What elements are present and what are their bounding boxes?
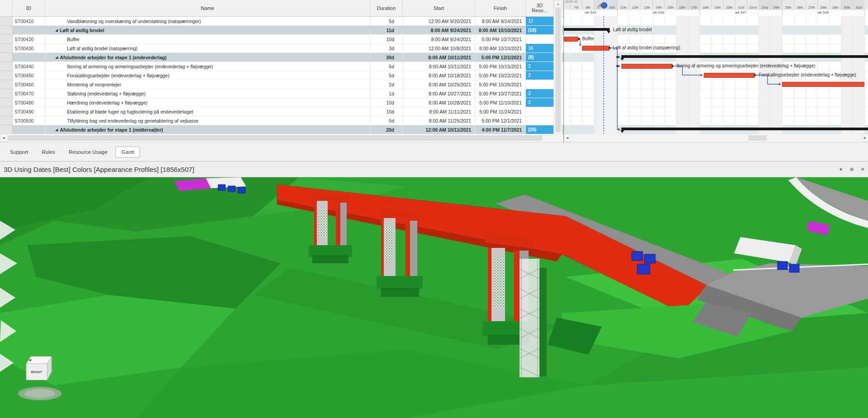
day-tick: 30th (841, 0, 853, 10)
close-icon[interactable]: ✕ (857, 166, 868, 172)
tab-gantt[interactable]: Gantt (115, 147, 140, 157)
table-row[interactable]: ST00450Forskallingsarbejder (endevederla… (0, 71, 563, 80)
tab-support[interactable]: Support (5, 147, 33, 157)
column-header-finish[interactable]: Finish (475, 0, 526, 16)
day-tick: 26th (794, 0, 806, 10)
view-tabs: SupportRulesResource UsageGantt (0, 142, 868, 161)
cell-duration: 30d (370, 53, 403, 62)
cell-finish: 5:00 PM 12/1/2021 (475, 116, 526, 125)
row-header-cell[interactable] (0, 98, 13, 107)
table-row[interactable]: ◢Afsluttende arbejder for etape 1 (endev… (0, 53, 563, 62)
cell-name: Iboring af armering og armeringsarbejder… (45, 62, 370, 71)
gantt-week-ruler[interactable]: wk 545wk 546wk 547wk 548 (564, 10, 868, 17)
cell-name: Forskallingsarbejder (endevederlag + flø… (45, 71, 370, 80)
week-label: wk 547 (735, 10, 746, 14)
tab-rules[interactable]: Rules (36, 147, 60, 157)
table-v-scrollbar[interactable]: ▲ (554, 0, 562, 142)
table-h-scrollbar[interactable]: ◀ (0, 134, 554, 142)
scroll-up-icon[interactable]: ▲ (554, 0, 562, 7)
cell-start: 8:00 AM 11/25/2021 (403, 116, 475, 125)
cell-finish: 4:00 PM 11/7/2021 (475, 125, 526, 134)
column-header-id[interactable]: ID (13, 0, 45, 16)
column-header-start[interactable]: Start (403, 0, 475, 16)
row-header-cell[interactable] (0, 62, 13, 71)
scroll-right-icon[interactable]: ▶ (862, 134, 868, 142)
pin-icon[interactable]: ⊕ (846, 166, 857, 172)
table-row[interactable]: ST00420Buffer10d8:00 AM 9/24/20215:00 PM… (0, 35, 563, 44)
row-header-cell[interactable] (0, 35, 13, 44)
table-row[interactable]: ST00410Vandblæsning og overskæring af un… (0, 17, 563, 26)
column-header-reso[interactable]: 3DReso... (526, 0, 554, 16)
cell-finish: 5:00 PM 10/22/2021 (475, 71, 526, 80)
row-header-cell[interactable] (0, 116, 13, 125)
column-header-duration[interactable]: Duration (370, 0, 403, 16)
cell-duration: 5d (370, 116, 403, 125)
day-tick: 27th (806, 0, 817, 10)
row-header-cell[interactable] (0, 26, 13, 35)
row-header-cell[interactable] (0, 44, 13, 53)
scroll-left-icon[interactable]: ◀ (0, 134, 7, 142)
gantt-chart[interactable]: 08:02:49 7th8th9th10th11th12th13th14th15… (563, 0, 868, 142)
row-header-cell[interactable] (0, 71, 13, 80)
day-tick: 16th (676, 0, 688, 10)
gantt-h-scrollbar[interactable]: ◀ ▶ (564, 134, 868, 142)
playhead-handle[interactable] (601, 2, 607, 9)
gantt-day-ruler[interactable]: 7th8th9th10th11th12th13th14th15th16th17t… (564, 0, 868, 10)
cell-duration: 5d (370, 62, 403, 71)
cell-start: 8:00 AM 10/27/2021 (403, 89, 475, 98)
cell-id: ST00420 (13, 35, 45, 44)
table-row[interactable]: ST00430Løft af østlig brodel (natspærrin… (0, 44, 563, 53)
table-row[interactable]: ◢Afsluttende arbejder for etape 1 (midte… (0, 125, 563, 134)
column-header-rowhdr[interactable] (0, 0, 13, 16)
cell-3d-resources: 2 (526, 98, 554, 107)
gantt-bar-area[interactable]: Løft af østlig brodelBufferLøft af østli… (564, 16, 868, 134)
day-tick: 8th (582, 0, 594, 10)
row-header-cell[interactable] (0, 125, 13, 134)
cell-start: 12:00 AM 10/8/2021 (403, 44, 475, 53)
cell-start: 8:00 AM 11/11/2021 (403, 107, 475, 116)
table-row[interactable]: ST00500Tilfyldning bag ved endevederlag … (0, 116, 563, 125)
cell-name: Løft af østlig brodel (natspærring) (45, 44, 370, 53)
table-row[interactable]: ST00480Hærdning (endevederlag + fløjvægg… (0, 98, 563, 107)
group-expand-icon[interactable]: ◢ (55, 55, 58, 59)
day-tick: 12th (629, 0, 641, 10)
row-header-cell[interactable] (0, 17, 13, 26)
group-expand-icon[interactable]: ◢ (55, 128, 58, 132)
task-table: IDNameDurationStartFinish3DReso...ST0041… (0, 0, 563, 142)
group-expand-icon[interactable]: ◢ (55, 28, 58, 32)
column-header-name[interactable]: Name (45, 0, 370, 16)
3d-viewport[interactable]: RIGHT ◀ (0, 177, 868, 418)
3d-window-title: 3D Using Dates [Best] Colors [Appearance… (0, 166, 835, 173)
table-row[interactable]: ST00460Montering af neoprenlejer2d8:00 A… (0, 80, 563, 89)
nav-cube-arrow-icon[interactable]: ◀ (29, 358, 31, 361)
cell-name: Hærdning (endevederlag + fløjvægge) (45, 98, 370, 107)
table-row[interactable]: ST00490Etablering af bløde fuger og fugt… (0, 107, 563, 116)
row-header-cell[interactable] (0, 89, 13, 98)
scroll-left-icon[interactable]: ◀ (564, 134, 571, 142)
table-v-scroll-thumb[interactable] (555, 8, 561, 132)
chevron-down-icon[interactable]: ▾ (835, 166, 846, 172)
table-row[interactable]: ST00440Iboring af armering og armeringsa… (0, 62, 563, 71)
cell-start: 8:00 AM 10/25/2021 (403, 80, 475, 89)
cell-finish: 5:00 PM 10/27/2021 (475, 89, 526, 98)
cell-id: ST00440 (13, 62, 45, 71)
cell-duration: 5d (370, 17, 403, 26)
gantt-h-scroll-thumb[interactable] (749, 135, 767, 141)
row-header-cell[interactable] (0, 53, 13, 62)
day-tick: 14th (653, 0, 664, 10)
day-tick: 28th (817, 0, 829, 10)
cell-id: ST00460 (13, 80, 45, 89)
white-element (206, 177, 246, 188)
task-grid: IDNameDurationStartFinish3DReso...ST0041… (0, 0, 563, 134)
cell-duration: 10d (370, 98, 403, 107)
tab-resource-usage[interactable]: Resource Usage (63, 147, 113, 157)
table-row[interactable]: ◢Løft af østlig brodel11d8:00 AM 9/24/20… (0, 26, 563, 35)
cell-start: 8:00 AM 10/11/2021 (403, 53, 475, 62)
table-row[interactable]: ST00470Støbning (endevederlag + fløjvægg… (0, 89, 563, 98)
table-h-scroll-thumb[interactable] (8, 135, 542, 141)
synchro-4d-app: IDNameDurationStartFinish3DReso...ST0041… (0, 0, 868, 418)
row-header-cell[interactable] (0, 107, 13, 116)
day-tick: 25th (782, 0, 794, 10)
cell-name: Etablering af bløde fuger og fugtisoleri… (45, 107, 370, 116)
row-header-cell[interactable] (0, 80, 13, 89)
